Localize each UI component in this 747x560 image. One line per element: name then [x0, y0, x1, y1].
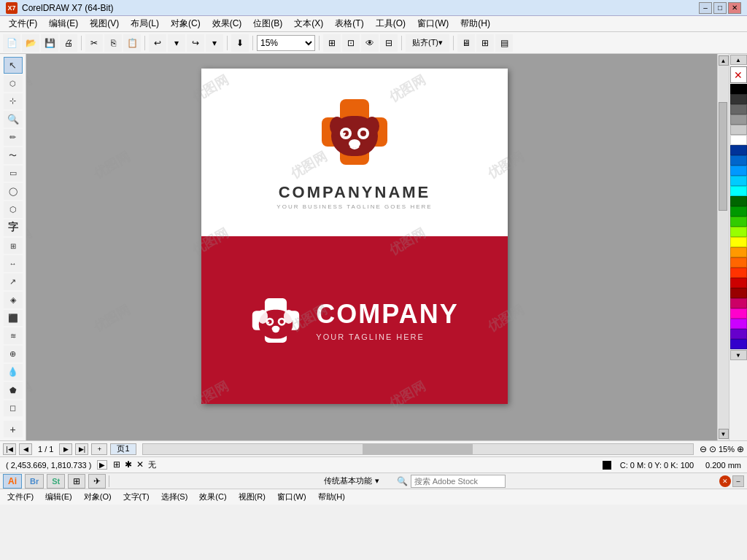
polygon-tool[interactable]: ⬡: [4, 201, 23, 218]
bottom-menu-effects[interactable]: 效果(C): [195, 491, 231, 502]
menu-file[interactable]: 文件(F): [3, 16, 43, 31]
new-button[interactable]: 📄: [3, 34, 20, 52]
status-icon1[interactable]: ⊞: [113, 459, 120, 470]
smart-draw-tool[interactable]: 〜: [4, 147, 23, 164]
menu-window[interactable]: 窗口(W): [411, 16, 454, 31]
swatch-magenta[interactable]: [730, 308, 747, 319]
horizontal-scrollbar[interactable]: [142, 443, 694, 455]
no-color-swatch[interactable]: [730, 66, 747, 83]
minimize-button[interactable]: –: [699, 2, 712, 14]
swatch-darkgray1[interactable]: [730, 94, 747, 104]
zoom-out-button[interactable]: ⊖: [700, 444, 707, 454]
view2-button[interactable]: ⊞: [476, 34, 494, 52]
snap4-button[interactable]: ⊟: [380, 34, 398, 52]
menu-effects[interactable]: 效果(C): [206, 16, 248, 31]
snap2-button[interactable]: ⊡: [342, 34, 360, 52]
node-tool[interactable]: ⬡: [4, 75, 23, 92]
status-icon-x[interactable]: ✕: [136, 459, 144, 470]
copy-button[interactable]: ⎘: [104, 34, 122, 52]
save-button[interactable]: 💾: [41, 34, 58, 52]
redo-button[interactable]: ↪: [187, 34, 204, 52]
swatch-orange[interactable]: [730, 257, 747, 268]
horiz-scroll-thumb[interactable]: [363, 444, 473, 454]
cut-button[interactable]: ✂: [85, 34, 103, 52]
swatch-amber[interactable]: [730, 247, 747, 257]
undo-drop-button[interactable]: ▾: [168, 34, 185, 52]
undo-button[interactable]: ↩: [149, 34, 166, 52]
paste-button[interactable]: 📋: [123, 34, 141, 52]
first-page-button[interactable]: |◀: [3, 443, 16, 455]
blend-tool[interactable]: ≋: [4, 327, 23, 344]
palette-scroll-down[interactable]: ▼: [730, 350, 747, 360]
next-page-button[interactable]: ▶: [59, 443, 72, 455]
swatch-lightblue[interactable]: [730, 166, 747, 176]
bottom-menu-view[interactable]: 视图(R): [234, 491, 270, 502]
swatch-cyan1[interactable]: [730, 176, 747, 186]
menu-tools[interactable]: 工具(O): [370, 16, 411, 31]
menu-text[interactable]: 文本(X): [288, 16, 329, 31]
bottom-menu-select[interactable]: 选择(S): [157, 491, 193, 502]
bottom-menu-file[interactable]: 文件(F): [3, 491, 38, 502]
prev-page-button[interactable]: ◀: [19, 443, 32, 455]
redo-drop-button[interactable]: ▾: [206, 34, 223, 52]
swatch-lightgreen[interactable]: [730, 217, 747, 227]
zoom-tool[interactable]: 🔍: [4, 111, 23, 128]
crop-tool[interactable]: ⊹: [4, 93, 23, 110]
ellipse-tool[interactable]: ◯: [4, 183, 23, 200]
swatch-darkred[interactable]: [730, 288, 747, 298]
taskbar-ai[interactable]: Ai: [3, 474, 22, 489]
menu-edit[interactable]: 编辑(E): [43, 16, 84, 31]
import-button[interactable]: ⬇: [231, 34, 249, 52]
v-scroll-thumb[interactable]: [719, 102, 727, 211]
swatch-white[interactable]: [730, 135, 747, 145]
table-tool[interactable]: ⊞: [4, 238, 23, 254]
transform-tool[interactable]: ⊕: [4, 346, 23, 362]
v-scroll-track[interactable]: [719, 66, 729, 429]
expand-button[interactable]: ▶: [97, 460, 107, 470]
menu-bitmap[interactable]: 位图(B): [247, 16, 288, 31]
fill-tool[interactable]: ◈: [4, 292, 23, 308]
menu-view[interactable]: 视图(V): [84, 16, 125, 31]
menu-object[interactable]: 对象(C): [165, 16, 206, 31]
scroll-down-button[interactable]: ▼: [719, 429, 729, 439]
fill-color-box[interactable]: [603, 461, 611, 470]
swatch-red-orange[interactable]: [730, 268, 747, 278]
bottom-menu-help[interactable]: 帮助(H): [314, 491, 349, 502]
canvas-scroll[interactable]: 优图网 优图网 优图网 优图网 优图网 优图网 优图网 优图网 优图网 优图网 …: [26, 54, 717, 440]
zoom-fit-button[interactable]: ⊙: [709, 444, 716, 454]
page-tab[interactable]: 页1: [110, 443, 136, 455]
menu-layout[interactable]: 布局(L): [125, 16, 165, 31]
taskbar-compass[interactable]: ✈: [88, 474, 106, 489]
scroll-up-button[interactable]: ▲: [719, 55, 729, 66]
snap-label-button[interactable]: 贴齐(T)▾: [406, 34, 449, 52]
swatch-pink[interactable]: [730, 298, 747, 308]
bottom-menu-object[interactable]: 对象(O): [80, 491, 116, 502]
taskbar-br[interactable]: Br: [25, 474, 44, 489]
print-button[interactable]: 🖨: [60, 34, 77, 52]
swatch-green[interactable]: [730, 206, 747, 217]
swatch-lightgray[interactable]: [730, 125, 747, 135]
swatch-violet[interactable]: [730, 319, 747, 329]
swatch-gray[interactable]: [730, 114, 747, 125]
menu-table[interactable]: 表格(T): [329, 16, 369, 31]
snap-button[interactable]: ⊞: [323, 34, 341, 52]
swatch-darkblue[interactable]: [730, 145, 747, 155]
swatch-black[interactable]: [730, 84, 747, 94]
swatch-darkgreen[interactable]: [730, 196, 747, 206]
snap3-button[interactable]: 👁: [361, 34, 379, 52]
bottom-menu-text[interactable]: 文字(T): [119, 491, 154, 502]
swatch-darkpurple[interactable]: [730, 339, 747, 349]
swatch-blue[interactable]: [730, 155, 747, 166]
transparency-tool[interactable]: ◻: [4, 400, 23, 417]
open-button[interactable]: 📂: [22, 34, 39, 52]
rect-tool[interactable]: ▭: [4, 166, 23, 182]
swatch-purple[interactable]: [730, 329, 747, 339]
add-page-button[interactable]: +: [91, 443, 107, 455]
adobe-stock-search[interactable]: [411, 475, 506, 488]
palette-scroll-up[interactable]: ▲: [730, 55, 747, 65]
maximize-button[interactable]: □: [713, 2, 727, 14]
taskbar-st[interactable]: St: [47, 474, 65, 489]
swatch-darkgray2[interactable]: [730, 104, 747, 114]
swatch-cyan2[interactable]: [730, 186, 747, 196]
add-btn[interactable]: +: [4, 421, 23, 438]
